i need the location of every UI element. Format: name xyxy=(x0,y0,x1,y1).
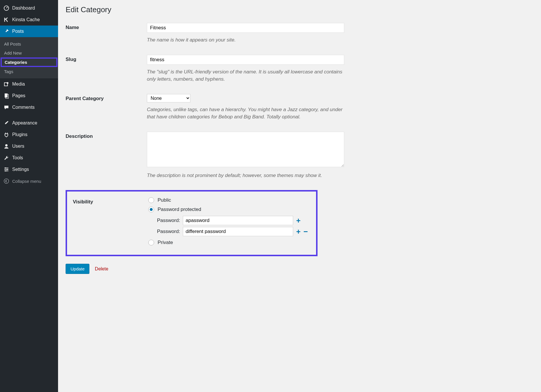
add-password-icon[interactable]: + xyxy=(296,227,300,236)
password-input-1[interactable] xyxy=(183,216,293,225)
visibility-private[interactable]: Private xyxy=(148,240,316,245)
description-label: Description xyxy=(66,132,147,139)
password-label: Password: xyxy=(157,218,180,223)
sidebar-item-dashboard[interactable]: Dashboard xyxy=(0,2,58,14)
visibility-public[interactable]: Public xyxy=(148,197,316,203)
comment-icon xyxy=(3,104,9,110)
parent-label: Parent Category xyxy=(66,94,147,102)
parent-hint: Categories, unlike tags, can have a hier… xyxy=(147,106,344,121)
pin-icon xyxy=(3,28,9,34)
wrench-icon xyxy=(3,155,9,161)
main-content: Edit Category Name The name is how it ap… xyxy=(58,0,541,392)
password-row-1: Password: + xyxy=(157,216,316,225)
slug-hint: The "slug" is the URL-friendly version o… xyxy=(147,68,344,83)
submenu-categories[interactable]: Categories xyxy=(1,57,57,67)
parent-select[interactable]: None xyxy=(147,94,190,102)
password-row-2: Password: + − xyxy=(157,227,316,236)
brush-icon xyxy=(3,120,9,126)
visibility-protected[interactable]: Password protected xyxy=(148,207,316,212)
sidebar-item-pages[interactable]: Pages xyxy=(0,90,58,102)
name-hint: The name is how it appears on your site. xyxy=(147,36,344,44)
name-label: Name xyxy=(66,23,147,30)
submenu-all-posts[interactable]: All Posts xyxy=(0,39,58,48)
collapse-menu[interactable]: Collapse menu xyxy=(0,175,58,187)
visibility-label: Visibility xyxy=(73,197,148,249)
svg-point-2 xyxy=(7,82,8,84)
radio-icon xyxy=(148,240,154,245)
svg-point-5 xyxy=(5,144,8,147)
kinsta-icon xyxy=(3,17,9,23)
sidebar-item-kinsta[interactable]: Kinsta Cache xyxy=(0,14,58,26)
visibility-section: Visibility Public Password protected Pas… xyxy=(66,190,318,256)
sidebar-item-plugins[interactable]: Plugins xyxy=(0,129,58,140)
sidebar-item-label: Tools xyxy=(12,155,23,160)
sliders-icon xyxy=(3,167,9,172)
user-icon xyxy=(3,143,9,149)
sidebar-item-label: Pages xyxy=(12,93,25,98)
submenu-add-new[interactable]: Add New xyxy=(0,48,58,57)
svg-point-9 xyxy=(4,179,9,183)
delete-link[interactable]: Delete xyxy=(95,266,108,271)
name-input[interactable] xyxy=(147,23,344,33)
sidebar-item-label: Settings xyxy=(12,167,29,172)
posts-submenu: All Posts Add New Categories Tags xyxy=(0,37,58,78)
sidebar-item-appearance[interactable]: Appearance xyxy=(0,117,58,129)
sidebar-item-comments[interactable]: Comments xyxy=(0,102,58,113)
radio-label: Private xyxy=(158,240,173,245)
sidebar-item-media[interactable]: Media xyxy=(0,78,58,90)
password-input-2[interactable] xyxy=(183,227,293,236)
update-button[interactable]: Update xyxy=(66,264,89,274)
description-hint: The description is not prominent by defa… xyxy=(147,172,344,179)
svg-point-6 xyxy=(5,167,6,169)
pages-icon xyxy=(3,93,9,99)
collapse-icon xyxy=(3,178,9,184)
collapse-label: Collapse menu xyxy=(12,179,41,184)
admin-sidebar: Dashboard Kinsta Cache Posts All Posts A… xyxy=(0,0,58,392)
media-icon xyxy=(3,81,9,87)
svg-point-8 xyxy=(5,170,6,171)
description-input[interactable] xyxy=(147,132,344,167)
sidebar-item-users[interactable]: Users xyxy=(0,140,58,152)
submenu-tags[interactable]: Tags xyxy=(0,67,58,76)
radio-label: Public xyxy=(158,197,171,203)
sidebar-item-settings[interactable]: Settings xyxy=(0,164,58,175)
slug-label: Slug xyxy=(66,55,147,62)
sidebar-item-label: Media xyxy=(12,82,25,87)
radio-label: Password protected xyxy=(158,207,201,212)
password-label: Password: xyxy=(157,229,180,234)
page-title: Edit Category xyxy=(66,5,533,14)
remove-password-icon[interactable]: − xyxy=(304,227,308,236)
sidebar-item-label: Dashboard xyxy=(12,6,35,11)
sidebar-item-label: Kinsta Cache xyxy=(12,17,40,22)
sidebar-item-label: Posts xyxy=(12,29,24,34)
add-password-icon[interactable]: + xyxy=(296,216,300,225)
svg-point-7 xyxy=(7,169,8,170)
sidebar-item-tools[interactable]: Tools xyxy=(0,152,58,164)
plugin-icon xyxy=(3,132,9,138)
dashboard-icon xyxy=(3,5,9,11)
radio-icon xyxy=(148,207,154,212)
slug-input[interactable] xyxy=(147,55,344,65)
sidebar-item-label: Appearance xyxy=(12,120,37,126)
svg-rect-3 xyxy=(5,93,8,97)
sidebar-item-label: Users xyxy=(12,144,24,149)
sidebar-item-posts[interactable]: Posts xyxy=(0,26,58,37)
sidebar-item-label: Plugins xyxy=(12,132,27,137)
radio-icon xyxy=(148,197,154,203)
sidebar-item-label: Comments xyxy=(12,105,35,110)
